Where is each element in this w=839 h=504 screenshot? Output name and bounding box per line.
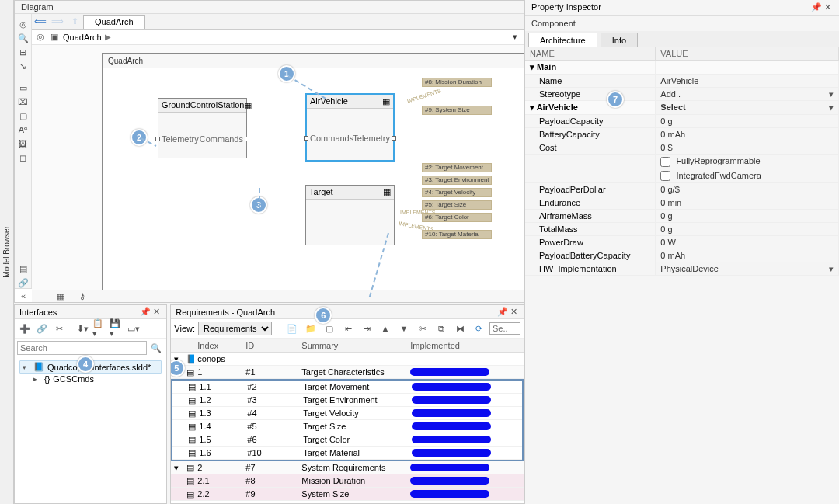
delete-icon[interactable]: ▢ (322, 322, 337, 335)
paste-icon[interactable]: 📋▾ (92, 322, 107, 335)
folder-icon[interactable]: 📁 (303, 322, 319, 335)
prop-value[interactable]: 0 W (656, 236, 839, 249)
close-icon[interactable]: ✕ (151, 307, 162, 317)
port-gcs-telemetry[interactable]: Telemetry (155, 134, 199, 144)
cut-icon[interactable]: ✂ (415, 322, 430, 335)
close-icon[interactable]: ✕ (508, 307, 519, 317)
prop-value[interactable]: 0 g (656, 223, 839, 236)
col-summary[interactable]: Summary (298, 340, 407, 351)
req-flag[interactable]: #9: System Size (422, 106, 492, 115)
model-browser-strip[interactable]: Model Browser (0, 0, 14, 504)
diagram-canvas[interactable]: QuadArch GroundControlStation▦ Telemetry… (32, 45, 524, 290)
col-id[interactable]: ID (242, 340, 298, 351)
col-implemented[interactable]: Implemented (407, 340, 493, 351)
connector-icon[interactable]: ↘ (18, 61, 29, 71)
import-icon[interactable]: ⬇▾ (75, 322, 90, 335)
req-root[interactable]: ▾📘 conops 5 (171, 353, 524, 366)
views-icon[interactable]: ▤ (18, 263, 29, 274)
block-badge-icon: ▦ (383, 187, 391, 197)
footer-tree-icon[interactable]: ⚷ (77, 290, 88, 301)
crumb-target-icon[interactable]: ◎ (35, 32, 46, 43)
close-icon[interactable]: ✕ (822, 2, 833, 12)
link-icon[interactable]: 🔗 (34, 322, 50, 335)
add-interface-icon[interactable]: ➕ (17, 322, 33, 335)
cut-icon[interactable]: ✂ (51, 322, 67, 335)
tab-quadarch[interactable]: QuadArch (83, 15, 145, 29)
filter-icon[interactable]: ▭▾ (126, 322, 141, 335)
req-flag[interactable]: #2: Target Movement (422, 163, 492, 172)
save-icon[interactable]: 💾▾ (109, 322, 124, 335)
prop-value[interactable]: 0 g (656, 115, 839, 128)
prop-name-value[interactable]: AirVehicle (656, 75, 839, 88)
block-gcs[interactable]: GroundControlStation▦ Telemetry Commands (158, 98, 247, 158)
prop-airvehicle-dropdown[interactable]: Select (656, 101, 839, 115)
label-icon[interactable]: ⌧ (18, 96, 29, 107)
port-air-commands[interactable]: Commands (304, 134, 353, 143)
pi-subtitle[interactable]: Component (525, 16, 839, 31)
tree-item-sldd[interactable]: ▾ 📘 QuadcopterInterfaces.sldd* (19, 360, 162, 374)
req-row[interactable]: ▤2.2#9System Size (171, 488, 524, 501)
demote-icon[interactable]: ⇥ (359, 322, 374, 335)
interfaces-search-input[interactable] (17, 341, 147, 355)
box-icon[interactable]: ▢ (18, 110, 29, 121)
annotation-icon[interactable]: Aª (18, 124, 29, 135)
req-row[interactable]: ▤1.6#10Target Material (172, 447, 522, 460)
req-row[interactable]: ▾▤1#1Target Characteristics (171, 366, 524, 379)
port-gcs-commands[interactable]: Commands (200, 134, 249, 144)
req-flag[interactable]: #4: Target Velocity (422, 188, 492, 197)
prop-checkbox[interactable]: FullyReprogrammable (656, 155, 839, 169)
req-flag[interactable]: #3: Target Environment (422, 176, 492, 185)
req-row[interactable]: ▤1.1#2Target Movement (172, 381, 522, 394)
prop-value[interactable]: PhysicalDevice (656, 262, 839, 276)
down-icon[interactable]: ▼ (396, 322, 412, 335)
zoom-icon[interactable]: 🔍 (18, 33, 29, 43)
new-req-icon[interactable]: 📄 (284, 322, 300, 335)
breadcrumb-root[interactable]: QuadArch (63, 33, 102, 42)
pin-icon[interactable]: 📌 (811, 2, 822, 12)
collapse-icon[interactable]: « (18, 290, 29, 301)
port-air-telemetry[interactable]: Telemetry (353, 134, 396, 143)
link-icon[interactable]: 🔗 (18, 277, 29, 288)
prop-stereotype-dropdown[interactable]: Add.. (656, 88, 839, 101)
footer-grid-icon[interactable]: ▦ (55, 290, 66, 301)
req-flag[interactable]: #5: Target Size (422, 200, 492, 210)
prop-value[interactable]: 0 g (656, 210, 839, 223)
req-row[interactable]: ▤1.3#4Target Velocity (172, 407, 522, 420)
prop-value[interactable]: 0 $ (656, 141, 839, 155)
promote-icon[interactable]: ⇤ (340, 322, 356, 335)
req-row[interactable]: ▾▤2#7System Requirements (171, 461, 524, 474)
copy-icon[interactable]: ⧉ (433, 322, 449, 335)
add-icon[interactable]: ⊞ (18, 47, 29, 57)
pi-tab-architecture[interactable]: Architecture (528, 33, 597, 47)
search-icon[interactable]: 🔍 (148, 341, 164, 355)
pin-icon[interactable]: 📌 (497, 307, 508, 317)
req-row[interactable]: ▤1.5#6Target Color (172, 433, 522, 447)
req-row[interactable]: ▤1.4#5Target Size (172, 420, 522, 433)
prop-value[interactable]: 0 mAh (656, 128, 839, 141)
tree-item-gcscmds[interactable]: ▸ {} GCSCmds (19, 374, 162, 384)
image-icon[interactable]: 🖼 (18, 138, 29, 149)
rect-icon[interactable]: ▭ (18, 82, 29, 93)
up-icon[interactable]: ▲ (378, 322, 393, 335)
req-row[interactable]: ▤1.2#3Target Environment (172, 394, 522, 407)
view-select[interactable]: Requirements (198, 322, 272, 335)
req-row[interactable]: ▤2.1#8Mission Duration (171, 474, 524, 488)
refresh-icon[interactable]: ⟳ (471, 322, 486, 335)
prop-value[interactable]: 0 mAh (656, 249, 839, 262)
col-index[interactable]: Index (194, 340, 242, 351)
req-flag[interactable]: #8: Mission Duration (422, 78, 492, 87)
prop-value[interactable]: 0 g/$ (656, 183, 839, 196)
pin-icon[interactable]: 📌 (140, 307, 151, 317)
requirements-search-input[interactable] (489, 322, 520, 335)
fit-icon[interactable]: ◎ (18, 19, 29, 30)
prop-value[interactable]: 0 min (656, 196, 839, 210)
shape-icon[interactable]: ◻ (18, 152, 29, 163)
block-airvehicle[interactable]: AirVehicle▦ Commands Telemetry (305, 93, 395, 162)
pi-tab-info[interactable]: Info (601, 33, 638, 47)
breadcrumb-dropdown-icon[interactable]: ▾ (510, 32, 520, 42)
nav-back-icon[interactable]: ⟸ (32, 14, 49, 29)
chain-icon[interactable]: ⧓ (452, 322, 468, 335)
req-icon: ▤ (183, 488, 194, 500)
prop-checkbox[interactable]: IntegratedFwdCamera (656, 169, 839, 184)
block-target[interactable]: Target▦ (305, 185, 395, 245)
